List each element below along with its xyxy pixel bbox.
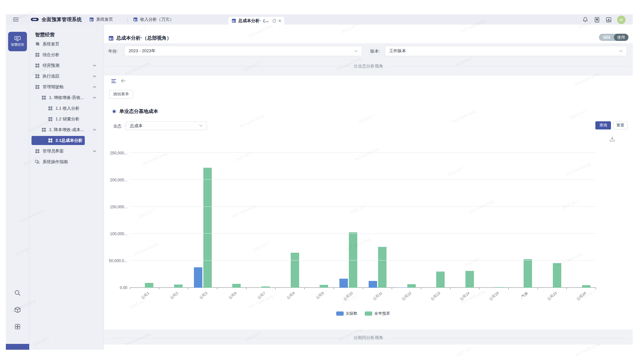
section-radio-row: 单业态分基地成本 — [112, 108, 158, 115]
x-axis-label: 公司12 — [401, 291, 413, 302]
x-axis-label: ..气体 — [519, 291, 529, 300]
bar-全年预算[interactable] — [378, 247, 387, 288]
x-axis-tick — [538, 288, 538, 289]
sidebar-item-11[interactable]: 管理员界面 — [29, 146, 104, 156]
chart-legend: 实际数全年预算 — [130, 311, 596, 316]
sidebar-item-2[interactable]: 综合分析 — [29, 49, 104, 60]
sidebar-item-1[interactable]: 系统首页 — [29, 39, 104, 49]
sidebar-item-6[interactable]: 1. 增收增速-营收... — [29, 92, 104, 103]
tab-3[interactable]: 总成本分析·（...× — [228, 17, 284, 25]
mode-use-button[interactable]: 使用 — [614, 34, 628, 41]
bar-group — [538, 263, 567, 288]
chevron-down-icon — [93, 150, 96, 152]
bar-全年预算[interactable] — [495, 287, 503, 288]
grid-icon — [48, 106, 53, 111]
bar-全年预算[interactable] — [582, 285, 591, 288]
bar-全年预算[interactable] — [291, 253, 299, 288]
bar-group — [451, 271, 480, 288]
radio-selected[interactable] — [112, 109, 117, 114]
sidebar-item-5[interactable]: 管理驾驶舱 — [29, 81, 104, 92]
sidebar-item-8[interactable]: 1.2 销量分析 — [29, 114, 104, 124]
bar-全年预算[interactable] — [145, 283, 153, 288]
legend-swatch — [365, 311, 372, 316]
gridline — [130, 179, 596, 180]
document-icon[interactable] — [594, 17, 600, 23]
sidebar-item-10[interactable]: 2.1总成本分析 — [32, 136, 85, 145]
sidebar-item-4[interactable]: 执行追踪 — [29, 71, 104, 81]
sidebar-item-label: 1.2 销量分析 — [56, 116, 80, 122]
main-content: 总成本分析·（总部视角） 编辑 使用 年份: 2023 - 2023年 版本: — [104, 25, 633, 350]
tab-refresh-icon[interactable] — [272, 19, 276, 23]
page-header: 总成本分析·（总部视角） 编辑 使用 — [104, 25, 633, 43]
download-chart-icon[interactable] — [609, 136, 615, 142]
bar-全年预算[interactable] — [320, 285, 328, 288]
analysis-panel: 跳转表单 单业态分基地成本 业态 总成本 查询 重置 — [107, 76, 630, 330]
chevron-up-icon — [93, 86, 96, 88]
bar-实际数[interactable] — [398, 287, 406, 288]
bar-全年预算[interactable] — [553, 263, 561, 288]
biz-type-select[interactable]: 总成本 — [126, 121, 207, 130]
bar-实际数[interactable] — [369, 281, 377, 288]
sidebar-item-9[interactable]: 2. 降本增效-成本... — [29, 124, 104, 135]
year-select[interactable]: 2023 - 2023年 — [124, 46, 362, 56]
query-button[interactable]: 查询 — [595, 121, 611, 129]
notification-bell-icon[interactable] — [582, 17, 589, 23]
sidebar-item-label: 1. 增收增速-营收... — [49, 95, 84, 101]
section-divider-top: 分业态分析视角 — [107, 63, 629, 69]
bar-全年预算[interactable] — [436, 272, 445, 288]
reset-button[interactable]: 重置 — [613, 121, 628, 129]
x-axis-tick — [479, 288, 479, 289]
x-axis-label: 公司9 — [315, 291, 325, 300]
monitor-icon — [14, 36, 21, 41]
tab-close-icon[interactable]: × — [278, 18, 281, 23]
inbox-download-icon[interactable] — [605, 17, 612, 23]
menu-hamburger-icon[interactable] — [111, 79, 117, 83]
tab-grid-icon — [232, 18, 236, 23]
x-axis-label: 公司11 — [372, 291, 383, 301]
components-knot-icon[interactable] — [14, 323, 21, 330]
bar-全年预算[interactable] — [407, 284, 416, 288]
legend-item-全年预算[interactable]: 全年预算 — [365, 311, 390, 316]
sidebar-item-7[interactable]: 1.1 收入分析 — [29, 103, 104, 114]
bar-实际数[interactable] — [339, 279, 348, 288]
legend-item-实际数[interactable]: 实际数 — [336, 311, 358, 316]
version-select[interactable]: 工作版本 — [385, 46, 627, 56]
grid-icon — [35, 63, 40, 68]
chart-band-公司3: 公司3 — [188, 153, 217, 288]
top-bar: 全面预算管理系统 系统首页收入分析（万元）总成本分析·（...× — [6, 14, 633, 25]
tab-label: 系统首页 — [96, 17, 113, 22]
bar-全年预算[interactable] — [203, 168, 212, 288]
x-axis-label: 公司1 — [140, 291, 150, 300]
module-tile-smart-operation[interactable]: 智慧经营 — [8, 32, 27, 51]
section-divider-bottom-label: 分期间分析视角 — [354, 335, 383, 341]
x-axis-tick — [421, 288, 421, 289]
back-arrow-icon[interactable] — [121, 78, 126, 83]
chevron-up-icon — [93, 97, 96, 99]
bar-全年预算[interactable] — [261, 286, 270, 288]
mode-edit-button[interactable]: 编辑 — [600, 34, 614, 41]
jump-to-form-button[interactable]: 跳转表单 — [109, 90, 133, 99]
person-icon — [35, 160, 40, 164]
bar-group — [363, 247, 392, 288]
chart-band-公司14: 公司14 — [451, 153, 480, 288]
bar-全年预算[interactable] — [465, 271, 474, 288]
rail-bottom-icons — [6, 289, 29, 330]
collapse-sidebar-icon[interactable] — [13, 17, 19, 22]
bar-实际数[interactable] — [194, 267, 202, 288]
sidebar-item-3[interactable]: 经营预测 — [29, 60, 104, 71]
search-icon[interactable] — [14, 289, 21, 297]
sidebar-item-label: 执行追踪 — [43, 73, 59, 79]
bar-全年预算[interactable] — [174, 285, 183, 288]
chevron-up-icon — [93, 129, 96, 131]
package-icon[interactable] — [14, 306, 21, 313]
bar-全年预算[interactable] — [232, 284, 241, 288]
sidebar-item-label: 综合分析 — [43, 52, 59, 58]
user-avatar[interactable]: liz — [617, 16, 626, 24]
mode-toggle: 编辑 使用 — [599, 34, 629, 41]
sidebar-item-label: 系统首页 — [43, 41, 59, 47]
bar-全年预算[interactable] — [524, 259, 532, 288]
tab-1[interactable]: 系统首页 — [89, 14, 113, 25]
tab-2[interactable]: 收入分析（万元） — [133, 14, 174, 25]
sidebar-item-12[interactable]: 系统操作指南 — [29, 156, 104, 167]
chart-band-公司6: 公司6 — [217, 153, 247, 288]
